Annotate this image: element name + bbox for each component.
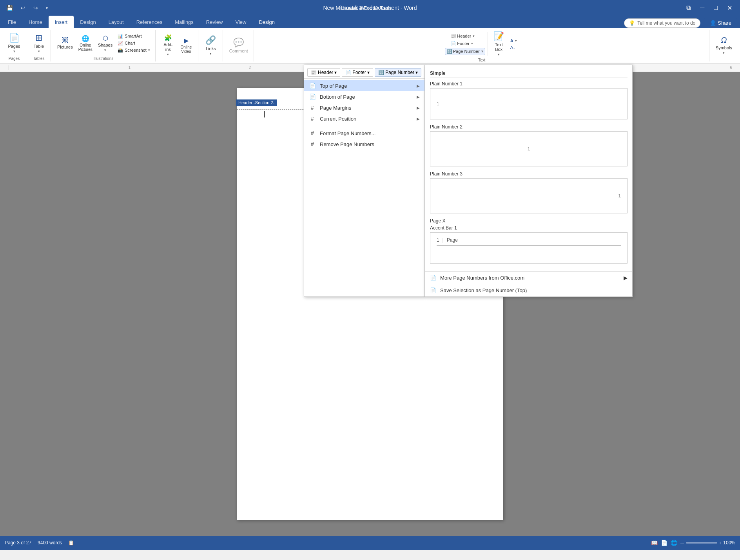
pictures-button[interactable]: 🖼 Pictures: [55, 35, 75, 51]
plain-number-2-preview[interactable]: 1: [430, 131, 628, 166]
table-icon: ⊞: [35, 33, 42, 43]
zoom-control: ─ + 100%: [680, 540, 735, 546]
text-cursor: [264, 111, 265, 117]
close-button[interactable]: ✕: [723, 3, 736, 13]
restore-button[interactable]: ⧉: [682, 3, 695, 13]
zoom-level: 100%: [723, 540, 735, 546]
plain-number-1-label: Plain Number 1: [430, 81, 628, 87]
web-view-button[interactable]: 🌐: [671, 540, 677, 546]
plain-number-1-preview[interactable]: 1: [430, 88, 628, 119]
gallery-scroll[interactable]: Simple Plain Number 1 1 Plain Number 2 1…: [425, 65, 632, 271]
tab-file[interactable]: File: [2, 16, 22, 28]
menu-footer-icon: 📄: [345, 70, 351, 75]
more-numbers-arrow: ▶: [624, 275, 628, 281]
comment-icon: 💬: [233, 38, 244, 48]
save-selection-label: Save Selection as Page Number (Top): [440, 287, 527, 293]
menu-item-top-of-page[interactable]: 📄 Top of Page ▶: [304, 80, 424, 91]
menu-item-format-numbers[interactable]: # Format Page Numbers...: [304, 128, 424, 139]
screenshot-button[interactable]: 📸 Screenshot ▾: [116, 47, 152, 54]
window-controls: ⧉ ─ □ ✕: [682, 3, 736, 13]
footer-button[interactable]: 📄 Footer ▾: [449, 40, 481, 47]
smartart-button[interactable]: 📊 SmartArt: [116, 33, 152, 40]
tab-layout[interactable]: Layout: [102, 16, 130, 28]
accent-bar-1-preview[interactable]: 1 | Page: [430, 232, 628, 264]
plain-number-2-label: Plain Number 2: [430, 124, 628, 130]
menu-item-bottom-of-page[interactable]: 📄 Bottom of Page ▶: [304, 91, 424, 102]
smartart-chart-screenshot: 📊 SmartArt 📈 Chart 📸 Screenshot ▾: [116, 33, 152, 54]
current-pos-arrow: ▶: [417, 117, 420, 121]
addins-button[interactable]: 🧩 Add-ins ▾: [160, 33, 177, 58]
wordart-button[interactable]: A ▾: [508, 38, 519, 44]
title-bar: 💾 ↩ ↪ ▾ New Microsoft Word Document - Wo…: [0, 0, 740, 16]
comment-button[interactable]: 💬 Comment: [227, 36, 250, 55]
shapes-button[interactable]: ⬡ Shapes ▾: [96, 33, 115, 54]
tell-me-input[interactable]: 💡 Tell me what you want to do: [624, 18, 700, 28]
zoom-slider[interactable]: [686, 542, 717, 544]
tab-view[interactable]: View: [229, 16, 252, 28]
minimize-button[interactable]: ─: [696, 3, 708, 13]
tab-home[interactable]: Home: [22, 16, 49, 28]
tab-references[interactable]: References: [130, 16, 169, 28]
pages-group-label: Pages: [9, 56, 20, 61]
tab-mailings[interactable]: Mailings: [169, 16, 200, 28]
links-icon: 🔗: [205, 35, 216, 45]
status-bar: Page 3 of 27 9400 words 📋 📖 📄 🌐 ─ + 100%: [0, 536, 740, 550]
accent-bar-line: [437, 245, 621, 246]
online-pictures-button[interactable]: 🌐 OnlinePictures: [76, 33, 95, 53]
accent-bar-content: 1 | Page: [437, 237, 458, 243]
table-button[interactable]: ⊞ Table ▾: [30, 31, 47, 55]
plain-number-1-value: 1: [437, 101, 439, 107]
redo-button[interactable]: ↪: [31, 4, 40, 12]
links-button[interactable]: 🔗 Links ▾: [202, 34, 219, 57]
page-x-label: Page X: [430, 218, 628, 224]
menu-item-page-margins[interactable]: # Page Margins ▶: [304, 102, 424, 113]
undo-button[interactable]: ↩: [18, 4, 28, 12]
page-number-icon: 🔢: [447, 49, 452, 54]
text-box-button[interactable]: 📝 TextBox ▾: [490, 30, 508, 58]
page-info: Page 3 of 27: [5, 540, 31, 546]
menu-item-remove-page-numbers[interactable]: # Remove Page Numbers: [304, 139, 424, 150]
menu-separator-1: [304, 126, 424, 126]
plain-number-3-label: Plain Number 3: [430, 171, 628, 177]
tab-insert[interactable]: Insert: [49, 16, 74, 28]
dropcap-button[interactable]: A↓: [508, 44, 519, 51]
remove-numbers-label: Remove Page Numbers: [320, 141, 374, 147]
header-section-label: Header -Section 2-: [236, 99, 277, 106]
save-selection-item[interactable]: 📄 Save Selection as Page Number (Top): [425, 284, 632, 296]
remove-numbers-icon: #: [309, 141, 316, 147]
page-margins-label: Page Margins: [320, 105, 351, 111]
layout-view-button[interactable]: 📄: [661, 540, 667, 546]
zoom-out-button[interactable]: ─: [680, 540, 684, 546]
ribbon-group-tables: ⊞ Table ▾ Tables: [27, 30, 51, 61]
pages-icon: 📄: [9, 33, 20, 43]
menu-item-current-position[interactable]: # Current Position ▶: [304, 113, 424, 124]
zoom-in-button[interactable]: +: [719, 540, 722, 546]
pages-button[interactable]: 📄 Pages ▾: [5, 31, 23, 55]
menu-header-btn[interactable]: 📰 Header ▾: [307, 68, 340, 77]
text-extra-buttons: A ▾ A↓: [508, 38, 519, 51]
more-page-numbers-item[interactable]: 📄 More Page Numbers from Office.com ▶: [425, 271, 632, 284]
online-pictures-icon: 🌐: [82, 35, 89, 42]
online-video-button[interactable]: ▶ OnlineVideo: [178, 35, 195, 55]
tab-design[interactable]: Design: [74, 16, 102, 28]
menu-pagenumber-btn[interactable]: 🔢 Page Number ▾: [375, 68, 421, 77]
maximize-button[interactable]: □: [710, 3, 722, 13]
tables-group-label: Tables: [33, 56, 45, 61]
top-page-label: Top of Page: [320, 83, 347, 89]
read-view-button[interactable]: 📖: [651, 540, 658, 546]
tab-review[interactable]: Review: [200, 16, 229, 28]
top-of-page-gallery: Simple Plain Number 1 1 Plain Number 2 1…: [425, 65, 633, 297]
chart-button[interactable]: 📈 Chart: [116, 40, 152, 47]
share-button[interactable]: 👤 Share: [704, 18, 737, 28]
plain-number-3-preview[interactable]: 1: [430, 178, 628, 213]
save-button[interactable]: 💾: [4, 4, 15, 12]
pages-items: 📄 Pages ▾: [5, 30, 23, 56]
customize-qat-button[interactable]: ▾: [44, 5, 50, 11]
page-number-button[interactable]: 🔢 Page Number ▾: [445, 48, 485, 55]
header-button[interactable]: 📰 Header ▾: [449, 33, 481, 40]
menu-footer-btn[interactable]: 📄 Footer ▾: [342, 68, 373, 77]
ribbon-group-pages: 📄 Pages ▾ Pages: [2, 30, 26, 61]
tab-hf-design[interactable]: Design: [252, 16, 281, 28]
symbols-button[interactable]: Ω Symbols ▾: [713, 34, 735, 56]
ribbon: 📄 Pages ▾ Pages ⊞ Table ▾ Tables 🖼 Pictu…: [0, 28, 740, 63]
